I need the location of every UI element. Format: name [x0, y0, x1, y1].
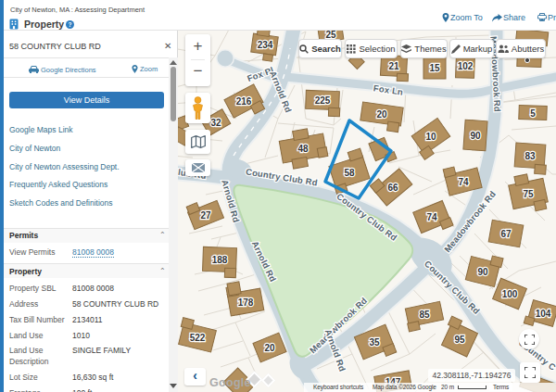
svg-text:75: 75 [523, 189, 534, 199]
svg-text:95: 95 [454, 335, 465, 345]
svg-text:35: 35 [369, 337, 380, 348]
svg-text:10: 10 [425, 132, 436, 142]
svg-text:58: 58 [344, 168, 355, 178]
svg-text:27: 27 [200, 210, 211, 221]
svg-text:20: 20 [376, 109, 387, 120]
svg-text:?: ? [69, 21, 72, 28]
svg-text:188: 188 [212, 255, 228, 265]
svg-text:21: 21 [388, 61, 399, 71]
svg-text:234: 234 [258, 40, 273, 50]
svg-text:522: 522 [190, 333, 206, 343]
svg-text:100: 100 [502, 289, 518, 299]
svg-text:178: 178 [238, 297, 254, 308]
svg-text:48: 48 [297, 144, 309, 154]
svg-text:102: 102 [458, 61, 474, 71]
svg-text:104: 104 [536, 309, 551, 319]
svg-text:225: 225 [315, 95, 331, 106]
svg-text:90: 90 [477, 267, 488, 277]
svg-text:67: 67 [500, 229, 512, 239]
svg-text:74: 74 [458, 177, 469, 187]
svg-text:20: 20 [264, 343, 275, 353]
svg-text:85: 85 [419, 310, 430, 320]
svg-text:216: 216 [236, 96, 252, 107]
svg-text:83: 83 [524, 151, 536, 161]
svg-text:66: 66 [387, 183, 398, 193]
svg-text:90: 90 [470, 131, 481, 141]
svg-text:32: 32 [210, 118, 221, 128]
svg-text:5: 5 [530, 108, 536, 119]
svg-text:15: 15 [429, 63, 440, 73]
svg-text:74: 74 [426, 212, 437, 222]
